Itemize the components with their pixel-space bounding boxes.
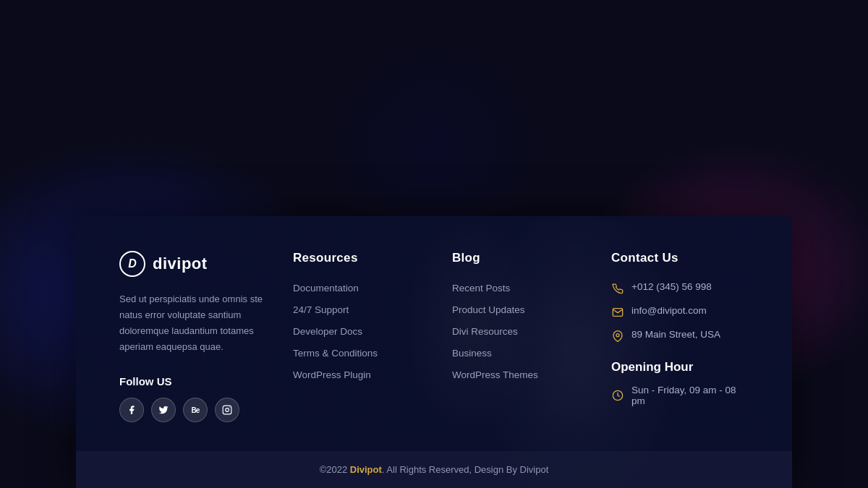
follow-us-label: Follow US [119, 375, 271, 388]
resources-link-item: Documentation [293, 281, 438, 294]
footer-bottom-bar: ©2022 Divipot. All Rights Reserved, Desi… [76, 451, 792, 488]
opening-hours-item: Sun - Friday, 09 am - 08 pm [611, 385, 749, 406]
blog-links: Recent Posts Product Updates Divi Resour… [452, 281, 597, 381]
clock-icon [611, 389, 624, 402]
address-contact-item: 89 Main Street, USA [611, 329, 749, 343]
location-icon [611, 330, 624, 343]
blog-link-item: Divi Resources [452, 325, 597, 338]
divi-resources-link[interactable]: Divi Resources [452, 326, 518, 337]
brand-column: D divipot Sed ut perspiciatis unde omnis… [119, 251, 293, 422]
blog-link-item: Recent Posts [452, 281, 597, 294]
brand-link[interactable]: Divipot [350, 464, 382, 475]
phone-number: +012 (345) 56 998 [631, 281, 712, 292]
svg-point-3 [616, 333, 619, 336]
social-icons-group: Be [119, 398, 271, 422]
brand-description: Sed ut perspiciatis unde omnis ste natus… [119, 291, 271, 355]
resources-link-item: WordPress Plugin [293, 368, 438, 381]
wordpress-themes-link[interactable]: WordPress Themes [452, 369, 538, 380]
email-address: info@divipot.com [631, 305, 707, 316]
product-updates-link[interactable]: Product Updates [452, 304, 525, 315]
blog-link-item: Business [452, 346, 597, 359]
logo-icon: D [119, 251, 145, 277]
svg-point-2 [229, 407, 230, 408]
email-contact-item: info@divipot.com [611, 305, 749, 319]
contact-column: Contact Us +012 (345) 56 998 [611, 251, 749, 422]
svg-point-1 [226, 408, 229, 412]
behance-icon[interactable]: Be [183, 398, 208, 422]
street-address: 89 Main Street, USA [631, 329, 720, 340]
resources-link-item: Terms & Conditions [293, 346, 438, 359]
facebook-icon[interactable] [119, 398, 144, 422]
resources-links: Documentation 24/7 Support Developer Doc… [293, 281, 438, 381]
blog-heading: Blog [452, 251, 597, 265]
blog-column: Blog Recent Posts Product Updates Divi R… [452, 251, 611, 422]
resources-link-item: 24/7 Support [293, 303, 438, 316]
wordpress-plugin-link[interactable]: WordPress Plugin [293, 369, 371, 380]
email-icon [611, 306, 624, 319]
support-link[interactable]: 24/7 Support [293, 304, 349, 315]
terms-link[interactable]: Terms & Conditions [293, 348, 378, 359]
copyright-suffix: . All Rights Reserved, Design By Divipot [382, 464, 548, 475]
twitter-icon[interactable] [151, 398, 176, 422]
copyright-text: ©2022 [320, 464, 350, 475]
resources-column: Resources Documentation 24/7 Support Dev… [293, 251, 452, 422]
opening-hours-text: Sun - Friday, 09 am - 08 pm [631, 385, 749, 406]
page-wrapper: D divipot Sed ut perspiciatis unde omnis… [0, 0, 868, 488]
phone-contact-item: +012 (345) 56 998 [611, 281, 749, 295]
svg-rect-0 [223, 406, 231, 414]
footer-container: D divipot Sed ut perspiciatis unde omnis… [76, 216, 792, 488]
instagram-icon[interactable] [215, 398, 239, 422]
recent-posts-link[interactable]: Recent Posts [452, 283, 510, 294]
business-link[interactable]: Business [452, 348, 492, 359]
resources-link-item: Developer Docs [293, 325, 438, 338]
blog-link-item: WordPress Themes [452, 368, 597, 381]
contact-heading: Contact Us [611, 251, 749, 265]
phone-icon [611, 282, 624, 295]
logo-text: divipot [153, 254, 208, 273]
blog-link-item: Product Updates [452, 303, 597, 316]
developer-docs-link[interactable]: Developer Docs [293, 326, 362, 337]
logo-wrapper: D divipot [119, 251, 271, 277]
resources-heading: Resources [293, 251, 438, 265]
opening-hour-label: Opening Hour [611, 360, 749, 374]
footer-main: D divipot Sed ut perspiciatis unde omnis… [76, 216, 792, 451]
documentation-link[interactable]: Documentation [293, 283, 359, 294]
